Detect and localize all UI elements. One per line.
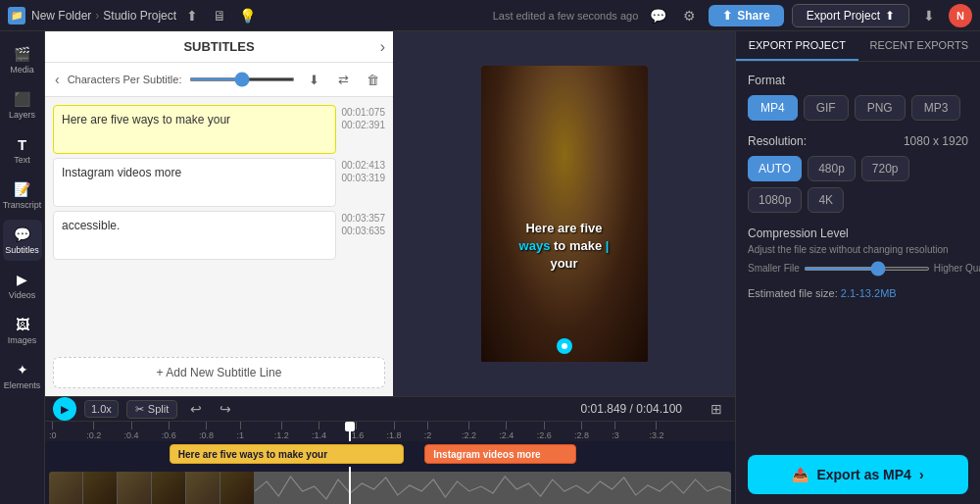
format-mp4[interactable]: MP4 — [748, 95, 798, 121]
sidebar-item-transcript[interactable]: 📝 Transcript — [3, 175, 42, 216]
sidebar-label-elements: Elements — [4, 380, 41, 390]
res-720p[interactable]: 720p — [861, 156, 909, 181]
text-icon: T — [14, 135, 31, 153]
compression-slider[interactable] — [804, 267, 930, 271]
settings-icon[interactable]: ⚙ — [677, 4, 701, 27]
layout-icon[interactable]: ⊞ — [706, 398, 727, 420]
split-button[interactable]: ✂ Split — [126, 400, 177, 419]
res-1080p[interactable]: 1080p — [748, 187, 802, 213]
export-top-label: Export Project — [807, 9, 880, 23]
tab-recent-exports[interactable]: RECENT EXPORTS — [858, 31, 981, 61]
format-gif[interactable]: GIF — [804, 95, 849, 121]
ruler-mark-32: :3.2 — [649, 422, 663, 440]
chat-icon[interactable]: 💬 — [646, 4, 669, 27]
redo-icon[interactable]: ↪ — [215, 398, 236, 420]
subtitle-item-1: Here are five ways to make your 00:01:07… — [53, 105, 385, 154]
sidebar-item-media[interactable]: 🎬 Media — [3, 39, 42, 80]
speed-badge[interactable]: 1.0x — [84, 400, 119, 418]
upload-icon[interactable]: ⬆ — [182, 6, 202, 25]
video-thumb-5 — [186, 472, 220, 504]
download-icon[interactable]: ⬇ — [917, 4, 941, 27]
main-content: 🎬 Media ⬛ Layers T Text 📝 Transcript 💬 S… — [0, 31, 980, 504]
layers-icon: ⬛ — [14, 90, 31, 108]
subtitle-end-3: 00:03:635 — [342, 226, 386, 236]
export-bottom-button[interactable]: 📤 Export as MP4 › — [748, 455, 968, 494]
clip-2[interactable]: Instagram videos more — [424, 444, 576, 464]
sidebar-item-videos[interactable]: ▶ Videos — [3, 265, 42, 306]
res-auto[interactable]: AUTO — [748, 156, 802, 181]
subtitles-panel: SUBTITLES › ‹ Characters Per Subtitle: ⬇… — [45, 31, 393, 396]
tab-export-project[interactable]: EXPORT PROJECT — [736, 31, 858, 61]
video-thumb-2 — [83, 472, 118, 504]
ruler-mark-3: :3 — [612, 422, 619, 440]
video-time-dot — [557, 338, 572, 354]
video-thumb-4 — [152, 472, 186, 504]
ruler-mark-08: :0.8 — [199, 422, 214, 440]
undo-icon[interactable]: ↩ — [185, 398, 207, 420]
subtitle-start-1: 00:01:075 — [342, 107, 386, 118]
overlay-cursor: | — [606, 238, 610, 253]
chars-slider[interactable] — [189, 77, 295, 81]
sidebar-item-images[interactable]: 🖼 Images — [3, 310, 42, 351]
subtitle-end-2: 00:03:319 — [342, 173, 386, 183]
export-top-button[interactable]: Export Project ⬆ — [792, 4, 909, 27]
timeline-controls: ▶ 1.0x ✂ Split ↩ ↪ 0:01.849 / 0:04.100 ⊞ — [45, 397, 735, 422]
resolution-value: 1080 x 1920 — [904, 134, 968, 148]
desktop-icon[interactable]: 🖥 — [210, 6, 229, 25]
subtitles-close-icon[interactable]: › — [380, 38, 385, 56]
back-btn[interactable]: ‹ — [55, 72, 60, 87]
compression-slider-row: Smaller File Higher Quality — [748, 263, 968, 274]
subtitle-list: Here are five ways to make your 00:01:07… — [45, 97, 393, 349]
sidebar-item-subtitles[interactable]: 💬 Subtitles — [3, 220, 42, 261]
play-button[interactable]: ▶ — [53, 397, 76, 421]
subtitle-content-3[interactable]: accessible. — [53, 211, 336, 260]
breadcrumb-folder[interactable]: New Folder — [31, 9, 91, 23]
ruler-mark-26: :2.6 — [537, 422, 552, 440]
share-icon: ⬆ — [722, 9, 732, 23]
translate-icon[interactable]: ⇄ — [332, 69, 354, 90]
sidebar-item-layers[interactable]: ⬛ Layers — [3, 84, 42, 126]
delete-icon[interactable]: 🗑 — [362, 69, 383, 90]
res-480p[interactable]: 480p — [808, 156, 856, 181]
sidebar-item-elements[interactable]: ✦ Elements — [3, 355, 42, 396]
topbar: 📁 New Folder › Studio Project ⬆ 🖥 💡 Last… — [0, 0, 980, 31]
bulb-icon[interactable]: 💡 — [237, 6, 257, 25]
ruler-playhead-marker — [345, 422, 355, 431]
overlay-line3: your — [550, 256, 577, 271]
breadcrumb-project[interactable]: Studio Project — [103, 9, 176, 23]
res-4k[interactable]: 4K — [808, 187, 844, 213]
subtitle-content-1[interactable]: Here are five ways to make your — [53, 105, 336, 154]
sidebar-item-text[interactable]: T Text — [3, 129, 42, 171]
sidebar-label-layers: Layers — [9, 110, 35, 120]
format-buttons: MP4 GIF PNG MP3 — [748, 95, 968, 121]
ruler-mark-14: :1.4 — [312, 422, 326, 440]
video-time-dot-inner — [562, 343, 567, 349]
subtitles-title: SUBTITLES — [183, 39, 254, 54]
subtitles-controls: ‹ Characters Per Subtitle: ⬇ ⇄ 🗑 — [45, 63, 393, 97]
sidebar-label-text: Text — [14, 155, 30, 165]
subtitle-item-3: accessible. 00:03:357 00:03:635 — [53, 211, 385, 260]
folder-icon: 📁 — [8, 7, 25, 25]
subtitle-content-2[interactable]: Instagram videos more — [53, 158, 336, 207]
format-png[interactable]: PNG — [855, 95, 906, 121]
clip-1[interactable]: Here are five ways to make your — [170, 444, 404, 464]
add-subtitle-button[interactable]: + Add New Subtitle Line — [53, 357, 385, 388]
slider-container — [189, 77, 295, 81]
share-button[interactable]: ⬆ Share — [709, 5, 783, 26]
download-subtitle-icon[interactable]: ⬇ — [303, 69, 324, 90]
timeline-body: :0 :0.2 :0.4 :0.6 :0.8 :1 :1.2 :1.4 :1.6… — [45, 422, 735, 504]
scissors-icon: ✂ — [135, 403, 144, 416]
clip-2-label: Instagram videos more — [433, 449, 540, 460]
ruler-mark-18: :1.8 — [387, 422, 402, 440]
format-mp3[interactable]: MP3 — [911, 95, 961, 121]
video-subtitle-overlay: Here are five ways to make | your — [486, 220, 643, 274]
sidebar-label-subtitles: Subtitles — [5, 245, 39, 255]
video-track[interactable] — [49, 472, 731, 504]
video-person — [481, 66, 648, 362]
export-bottom-chevron: › — [919, 467, 924, 482]
resolution-buttons: AUTO 480p 720p 1080p 4K — [748, 156, 968, 213]
ruler-playhead — [349, 422, 351, 441]
video-playhead — [349, 467, 351, 504]
timeline-area: ▶ 1.0x ✂ Split ↩ ↪ 0:01.849 / 0:04.100 ⊞ — [45, 396, 735, 504]
export-bottom-icon: 📤 — [792, 467, 808, 482]
